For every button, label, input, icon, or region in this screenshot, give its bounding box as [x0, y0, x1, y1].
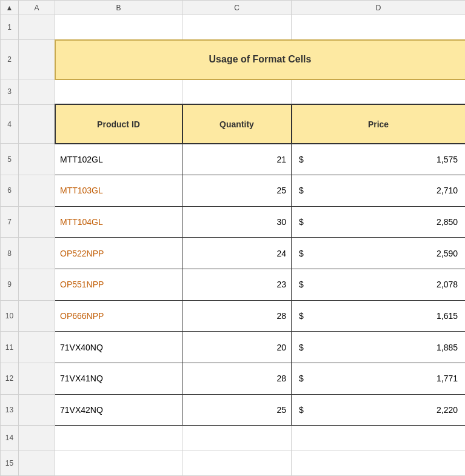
row-num-7: 7	[1, 206, 19, 238]
currency-symbol-7: $	[299, 217, 304, 227]
cell-b3[interactable]	[55, 79, 182, 104]
row-num-11: 11	[1, 332, 19, 363]
cell-price-9[interactable]: $ 2,078	[292, 269, 466, 301]
cell-a1[interactable]	[19, 15, 55, 40]
row-num-10: 10	[1, 300, 19, 332]
cell-price-7[interactable]: $ 2,850	[292, 206, 466, 238]
row-num-4: 4	[1, 104, 19, 144]
cell-product-id-9[interactable]: OP551NPP	[55, 269, 182, 301]
col-header-a[interactable]: A	[19, 1, 55, 15]
currency-symbol-11: $	[299, 343, 304, 352]
row-num-13: 13	[1, 394, 19, 426]
cell-a15[interactable]	[19, 451, 55, 475]
cell-qty-12[interactable]: 28	[182, 363, 292, 394]
cell-qty-7[interactable]: 30	[182, 206, 292, 238]
cell-c14[interactable]	[182, 426, 292, 451]
cell-price-8[interactable]: $ 2,590	[292, 238, 466, 269]
header-product-id: Product ID	[55, 104, 182, 144]
cell-qty-6[interactable]: 25	[182, 175, 292, 207]
price-value-6: 2,710	[437, 186, 458, 195]
cell-c3[interactable]	[182, 79, 292, 104]
cell-a11[interactable]	[19, 332, 55, 363]
cell-d14[interactable]	[292, 426, 466, 451]
cell-product-id-8[interactable]: OP522NPP	[55, 238, 182, 269]
cell-a7[interactable]	[19, 206, 55, 238]
col-header-d[interactable]: D	[292, 1, 466, 15]
row-num-1: 1	[1, 15, 19, 40]
currency-symbol-8: $	[299, 249, 304, 258]
currency-symbol-9: $	[299, 280, 304, 289]
header-price: Price	[292, 104, 466, 144]
row-num-12: 12	[1, 363, 19, 394]
price-value-13: 2,220	[437, 405, 458, 415]
cell-qty-9[interactable]: 23	[182, 269, 292, 301]
cell-a10[interactable]	[19, 300, 55, 332]
cell-product-id-5[interactable]: MTT102GL	[55, 144, 182, 175]
cell-b1[interactable]	[55, 15, 182, 40]
cell-qty-8[interactable]: 24	[182, 238, 292, 269]
price-value-12: 1,771	[437, 374, 458, 383]
cell-a3[interactable]	[19, 79, 55, 104]
cell-a6[interactable]	[19, 175, 55, 207]
row-num-15: 15	[1, 451, 19, 475]
cell-a8[interactable]	[19, 238, 55, 269]
cell-product-id-12[interactable]: 71VX41NQ	[55, 363, 182, 394]
cell-a4[interactable]	[19, 104, 55, 144]
cell-qty-5[interactable]: 21	[182, 144, 292, 175]
cell-a12[interactable]	[19, 363, 55, 394]
row-num-14: 14	[1, 426, 19, 451]
row-num-2: 2	[1, 40, 19, 79]
cell-price-6[interactable]: $ 2,710	[292, 175, 466, 207]
currency-symbol-13: $	[299, 405, 304, 415]
spreadsheet-title: Usage of Format Cells	[55, 40, 466, 79]
currency-symbol-6: $	[299, 186, 304, 195]
row-num-5: 5	[1, 144, 19, 175]
col-header-c[interactable]: C	[182, 1, 292, 15]
cell-d1[interactable]	[292, 15, 466, 40]
cell-qty-13[interactable]: 25	[182, 394, 292, 426]
cell-d15[interactable]	[292, 451, 466, 475]
col-header-b[interactable]: B	[55, 1, 182, 15]
currency-symbol-5: $	[299, 155, 304, 164]
row-num-6: 6	[1, 175, 19, 207]
cell-price-12[interactable]: $ 1,771	[292, 363, 466, 394]
cell-price-13[interactable]: $ 2,220	[292, 394, 466, 426]
cell-qty-10[interactable]: 28	[182, 300, 292, 332]
cell-price-11[interactable]: $ 1,885	[292, 332, 466, 363]
cell-price-5[interactable]: $ 1,575	[292, 144, 466, 175]
price-value-9: 2,078	[437, 280, 458, 289]
price-value-7: 2,850	[437, 217, 458, 227]
price-value-8: 2,590	[437, 249, 458, 258]
corner-cell: ▲	[1, 1, 19, 15]
currency-symbol-10: $	[299, 311, 304, 321]
cell-product-id-6[interactable]: MTT103GL	[55, 175, 182, 207]
price-value-5: 1,575	[437, 155, 458, 164]
header-quantity: Quantity	[182, 104, 292, 144]
cell-qty-11[interactable]: 20	[182, 332, 292, 363]
cell-a2[interactable]	[19, 40, 55, 79]
cell-product-id-10[interactable]: OP666NPP	[55, 300, 182, 332]
cell-a14[interactable]	[19, 426, 55, 451]
row-num-3: 3	[1, 79, 19, 104]
cell-b15[interactable]	[55, 451, 182, 475]
cell-a13[interactable]	[19, 394, 55, 426]
currency-symbol-12: $	[299, 374, 304, 383]
row-num-9: 9	[1, 269, 19, 301]
cell-product-id-7[interactable]: MTT104GL	[55, 206, 182, 238]
cell-c1[interactable]	[182, 15, 292, 40]
cell-product-id-13[interactable]: 71VX42NQ	[55, 394, 182, 426]
row-num-8: 8	[1, 238, 19, 269]
cell-a9[interactable]	[19, 269, 55, 301]
price-value-11: 1,885	[437, 343, 458, 352]
cell-price-10[interactable]: $ 1,615	[292, 300, 466, 332]
cell-a5[interactable]	[19, 144, 55, 175]
cell-product-id-11[interactable]: 71VX40NQ	[55, 332, 182, 363]
cell-b14[interactable]	[55, 426, 182, 451]
cell-d3[interactable]	[292, 79, 466, 104]
price-value-10: 1,615	[437, 311, 458, 321]
cell-c15[interactable]	[182, 451, 292, 475]
